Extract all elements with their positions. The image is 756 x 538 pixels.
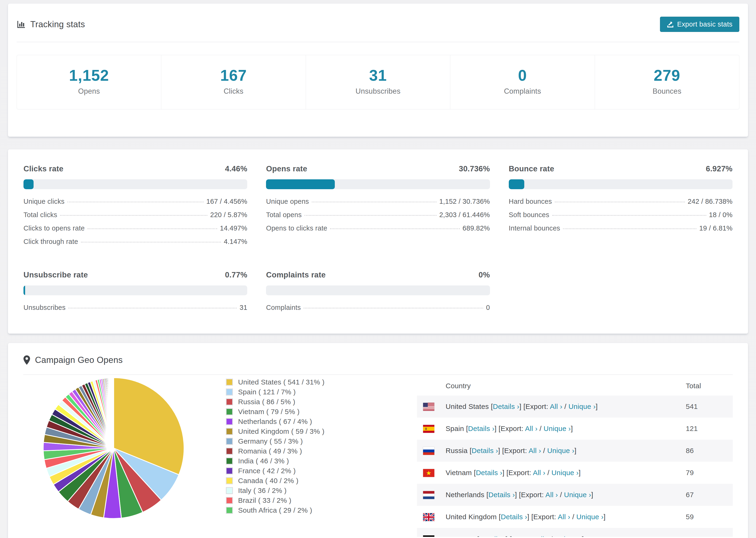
export-unique-link[interactable]: Unique › [555,535,582,537]
legend-label: Germany ( 55 / 3% ) [238,437,303,445]
legend-item: Germany ( 55 / 3% ) [226,437,350,445]
export-all-link[interactable]: All › [525,425,537,432]
legend-item: Italy ( 36 / 2% ) [226,487,350,495]
export-unique-link[interactable]: Unique › [547,447,574,455]
rate-row-value: 19 / 6.81% [699,224,732,232]
geo-pie-legend: United States ( 541 / 31% )Spain ( 121 /… [226,375,350,516]
rate-block-opens-rate: Opens rate30.736%Unique opens1,152 / 30.… [266,164,490,251]
dotted-leader [81,242,221,242]
country-name: Vietnam [446,469,474,476]
country-name: Germany [446,535,477,537]
flag-cell [417,418,446,440]
details-link[interactable]: Details › [479,535,506,537]
stats-row: 1,152Opens167Clicks31Unsubscribes0Compla… [17,55,739,109]
rate-row-label: Click through rate [24,238,78,245]
rate-progress-fill [24,286,25,295]
details-link[interactable]: Details › [476,469,503,476]
rate-row-value: 242 / 86.738% [688,198,732,205]
dotted-leader [555,202,685,202]
tracking-card-header: Tracking stats Export basic stats [17,13,739,42]
export-unique-link[interactable]: Unique › [552,469,579,476]
legend-swatch [226,467,233,474]
rates-grid: Clicks rate4.46%Unique clicks167 / 4.456… [24,164,732,317]
export-basic-stats-button[interactable]: Export basic stats [660,17,739,32]
rate-block-unsubscribe-rate: Unsubscribe rate0.77%Unsubscribes31 [24,270,247,317]
legend-label: South Africa ( 29 / 2% ) [238,506,312,514]
stat-value: 1,152 [17,67,161,84]
export-unique-link[interactable]: Unique › [568,403,596,410]
legend-swatch [226,487,233,494]
rate-header: Unsubscribe rate0.77% [24,270,247,279]
stat-label: Clicks [161,87,305,95]
legend-swatch [226,497,233,504]
campaign-geo-opens-card: Campaign Geo Opens United States ( 541 /… [8,343,748,538]
rate-row-label: Soft bounces [509,211,549,219]
export-all-link[interactable]: All › [558,513,570,521]
country-cell: Vietnam [Details ›] [Export: All › / Uni… [446,462,686,484]
flag-germany-icon [423,535,434,537]
export-unique-link[interactable]: Unique › [564,491,591,499]
export-all-link[interactable]: All › [545,491,558,499]
column-header-total: Total [686,375,733,396]
rate-row: Click through rate4.147% [24,238,247,251]
geo-table-row-gb: United Kingdom [Details ›] [Export: All … [417,506,733,528]
legend-item: United States ( 541 / 31% ) [226,378,350,386]
flag-netherlands-icon [423,491,434,499]
legend-item: Netherlands ( 67 / 4% ) [226,418,350,426]
rate-progress-track [24,286,247,295]
country-cell: Germany [Details ›] [Export: All › / Uni… [446,528,686,537]
export-unique-link[interactable]: Unique › [544,425,571,432]
rate-row-value: 4.147% [224,238,247,245]
rate-percent: 6.927% [706,164,732,173]
country-cell: United Kingdom [Details ›] [Export: All … [446,506,686,528]
details-link[interactable]: Details › [488,491,515,499]
rate-progress-track [24,179,247,189]
rate-row: Unique opens1,152 / 30.736% [266,198,490,211]
details-link[interactable]: Details › [468,425,495,432]
rate-row-label: Hard bounces [509,198,552,205]
country-cell: United States [Details ›] [Export: All ›… [446,396,686,418]
legend-label: United Kingdom ( 59 / 3% ) [238,427,324,435]
rate-title: Clicks rate [24,164,63,173]
export-unique-link[interactable]: Unique › [576,513,604,521]
legend-item: India ( 46 / 3% ) [226,457,350,465]
rate-title: Unsubscribe rate [24,270,88,279]
rate-row: Soft bounces18 / 0% [509,211,732,224]
rate-row: Total clicks220 / 5.87% [24,211,247,224]
geo-table-wrap: Country Total United States [Details ›] … [417,375,733,537]
legend-label: United States ( 541 / 31% ) [238,378,324,386]
legend-item: Russia ( 86 / 5% ) [226,398,350,406]
details-link[interactable]: Details › [501,513,527,521]
geo-card-header: Campaign Geo Opens [23,354,733,374]
details-link[interactable]: Details › [493,403,519,410]
legend-label: France ( 42 / 2% ) [238,467,296,475]
bar-chart-icon [17,20,26,29]
country-name: Netherlands [446,491,486,499]
dotted-leader [312,202,436,202]
map-pin-icon [23,355,30,365]
rate-row-value: 0 [486,304,490,311]
legend-label: Russia ( 86 / 5% ) [238,398,296,406]
dotted-leader [563,228,696,229]
stat-label: Complaints [450,87,594,95]
export-all-link[interactable]: All › [533,469,545,476]
export-all-link[interactable]: All › [536,535,549,537]
geo-pie-box [41,375,191,522]
details-link[interactable]: Details › [472,447,498,455]
dotted-leader [60,215,207,216]
stat-box-unsubscribes: 31Unsubscribes [306,55,450,109]
legend-item: Spain ( 121 / 7% ) [226,388,350,396]
rate-block-complaints-rate: Complaints rate0%Complaints0 [266,270,490,317]
legend-label: Romania ( 49 / 3% ) [238,447,302,455]
rate-progress-fill [24,179,33,189]
rate-progress-track [509,179,732,189]
rate-header: Complaints rate0% [266,270,490,279]
geo-table-row-de: Germany [Details ›] [Export: All › / Uni… [417,528,733,537]
stat-value: 279 [595,67,739,84]
geo-pie-chart [41,375,187,521]
rate-row-label: Unique opens [266,198,309,205]
total-cell: 541 [686,396,733,418]
legend-swatch [226,418,233,425]
export-all-link[interactable]: All › [550,403,562,410]
export-all-link[interactable]: All › [529,447,541,455]
